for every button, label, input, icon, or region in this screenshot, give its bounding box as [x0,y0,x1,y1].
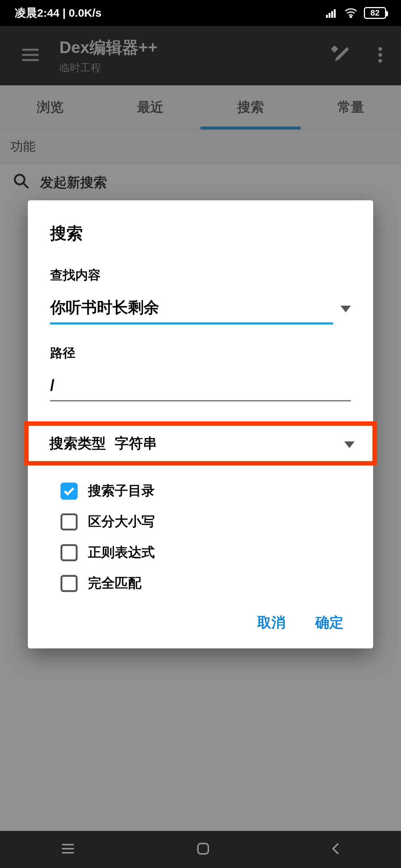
svg-rect-3 [334,9,336,18]
search-type-select[interactable]: 搜索类型 字符串 [24,421,377,466]
svg-point-4 [350,16,352,18]
type-value: 字符串 [115,434,157,453]
svg-marker-18 [340,306,351,312]
option-case[interactable]: 区分大小写 [61,513,351,531]
modal-overlay[interactable]: 搜索 查找内容 路径 搜索类型 字符串 搜索子目录 [0,26,401,868]
cancel-button[interactable]: 取消 [257,613,286,632]
checkbox-case[interactable] [61,513,78,530]
dialog-actions: 取消 确定 [50,613,351,632]
content-dropdown-icon[interactable] [340,306,351,314]
signal-icon [326,8,338,18]
ok-button[interactable]: 确定 [315,613,343,632]
options-list: 搜索子目录 区分大小写 正则表达式 完全匹配 [50,482,351,592]
battery-icon: 82 [364,7,386,19]
path-label: 路径 [50,345,351,362]
svg-rect-1 [329,13,330,18]
svg-marker-19 [344,441,355,448]
option-subdirs[interactable]: 搜索子目录 [61,482,351,500]
type-label: 搜索类型 [49,434,106,453]
type-dropdown-icon [344,435,355,451]
status-right: 82 [326,7,386,19]
option-exact[interactable]: 完全匹配 [61,574,351,592]
checkbox-subdirs[interactable] [61,483,78,500]
checkbox-regex[interactable] [61,544,78,561]
wifi-icon [345,8,357,18]
svg-rect-0 [326,15,328,18]
option-case-label: 区分大小写 [88,513,155,531]
svg-rect-2 [331,11,333,18]
dialog-title: 搜索 [50,223,351,244]
battery-percent: 82 [371,8,379,18]
content-input[interactable] [50,295,333,325]
checkbox-exact[interactable] [61,575,78,592]
option-exact-label: 完全匹配 [88,574,141,592]
status-bar: 凌晨2:44 | 0.0K/s 82 [0,0,401,26]
search-dialog: 搜索 查找内容 路径 搜索类型 字符串 搜索子目录 [28,200,373,648]
option-regex-label: 正则表达式 [88,543,155,562]
path-input[interactable] [50,373,351,401]
content-label: 查找内容 [50,267,351,284]
status-left: 凌晨2:44 | 0.0K/s [15,6,102,21]
option-regex[interactable]: 正则表达式 [61,543,351,562]
option-subdirs-label: 搜索子目录 [88,482,155,500]
